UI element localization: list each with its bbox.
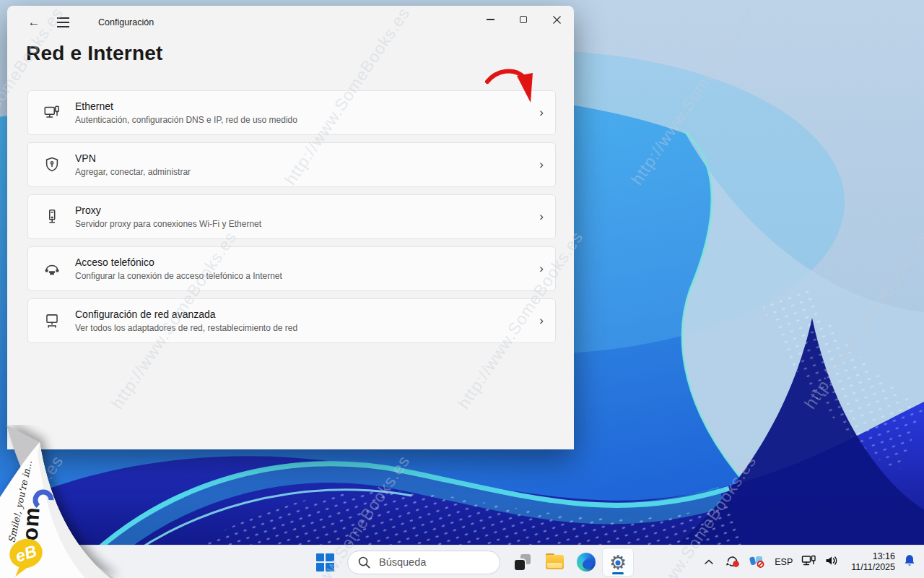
tray-time: 13:16	[851, 551, 895, 562]
window-title: Configuración	[98, 17, 154, 27]
item-title: Configuración de red avanzada	[75, 309, 297, 320]
chevron-right-icon: ›	[539, 158, 544, 172]
tray-overflow-button[interactable]	[701, 553, 717, 571]
tray-app-button[interactable]	[749, 553, 766, 571]
search-input[interactable]	[378, 556, 493, 569]
item-title: VPN	[75, 152, 191, 164]
vpn-shield-icon	[43, 155, 61, 174]
taskbar-center-group: ⚙	[309, 548, 634, 577]
volume-tray-button[interactable]	[824, 554, 840, 570]
settings-app-button[interactable]: ⚙	[602, 548, 634, 577]
item-subtitle: Configurar la conexión de acceso telefón…	[75, 271, 282, 281]
navigation-menu-button[interactable]	[52, 12, 74, 33]
speaker-icon	[824, 554, 840, 567]
hamburger-icon	[57, 17, 69, 27]
ethernet-icon	[43, 103, 61, 122]
file-explorer-icon	[546, 555, 564, 569]
tray-sync-button[interactable]	[724, 553, 741, 571]
settings-item-dialup[interactable]: Acceso telefónico Configurar la conexión…	[27, 246, 556, 291]
chevron-right-icon: ›	[539, 105, 544, 120]
task-view-icon	[515, 554, 531, 570]
item-subtitle: Agregar, conectar, administrar	[75, 167, 191, 177]
chevron-right-icon: ›	[539, 314, 544, 328]
chevron-up-icon	[704, 558, 714, 566]
tray-date: 11/11/2025	[851, 562, 895, 573]
back-button[interactable]: ←	[23, 12, 45, 33]
settings-window: ← Configuración Red e Internet Ethernet …	[7, 6, 574, 449]
item-title: Acceso telefónico	[75, 256, 282, 268]
ethernet-network-icon	[801, 554, 817, 568]
page-title: Red e Internet	[26, 42, 574, 65]
active-app-indicator	[612, 572, 624, 574]
settings-item-advanced-network[interactable]: Configuración de red avanzada Ver todos …	[27, 298, 556, 343]
language-indicator[interactable]: ESP	[773, 557, 794, 567]
tray-app-icon	[749, 553, 766, 569]
system-tray: ESP 13:16 11/11/2025	[701, 545, 917, 578]
taskbar: ⚙ ESP	[0, 545, 924, 578]
item-title: Ethernet	[75, 100, 297, 112]
window-controls	[474, 7, 573, 33]
maximize-icon	[520, 16, 528, 24]
minimize-button[interactable]	[474, 7, 507, 33]
settings-item-proxy[interactable]: Proxy Servidor proxy para conexiones Wi-…	[27, 194, 556, 239]
windows-logo-icon	[316, 553, 334, 571]
edge-button[interactable]	[570, 548, 602, 577]
taskbar-search[interactable]	[347, 551, 500, 574]
task-view-button[interactable]	[507, 548, 539, 577]
search-icon	[357, 556, 371, 569]
settings-item-vpn[interactable]: VPN Agregar, conectar, administrar ›	[27, 142, 556, 187]
dialup-phone-icon	[43, 259, 61, 278]
window-titlebar: ← Configuración	[7, 6, 574, 39]
advanced-network-icon	[43, 311, 61, 330]
item-subtitle: Autenticación, configuración DNS e IP, r…	[75, 115, 297, 125]
item-subtitle: Ver todos los adaptadores de red, restab…	[75, 323, 297, 333]
back-arrow-icon: ←	[28, 15, 40, 30]
network-tray-button[interactable]	[801, 554, 817, 571]
file-explorer-button[interactable]	[539, 548, 570, 577]
start-button[interactable]	[309, 548, 341, 577]
gear-icon: ⚙	[608, 552, 628, 572]
notification-bell-icon	[902, 553, 917, 568]
settings-list: Ethernet Autenticación, configuración DN…	[27, 90, 556, 350]
notifications-button[interactable]	[902, 553, 917, 571]
sync-status-icon	[724, 553, 741, 569]
maximize-button[interactable]	[507, 7, 540, 33]
edge-icon	[577, 553, 596, 571]
proxy-server-icon	[43, 207, 61, 226]
settings-item-ethernet[interactable]: Ethernet Autenticación, configuración DN…	[27, 90, 556, 135]
close-button[interactable]	[540, 7, 573, 33]
clock[interactable]: 13:16 11/11/2025	[847, 551, 895, 573]
close-icon	[552, 15, 562, 25]
item-title: Proxy	[75, 204, 261, 216]
minimize-icon	[487, 19, 494, 20]
item-subtitle: Servidor proxy para conexiones Wi-Fi y E…	[75, 219, 261, 229]
chevron-right-icon: ›	[539, 210, 544, 224]
chevron-right-icon: ›	[539, 262, 544, 276]
